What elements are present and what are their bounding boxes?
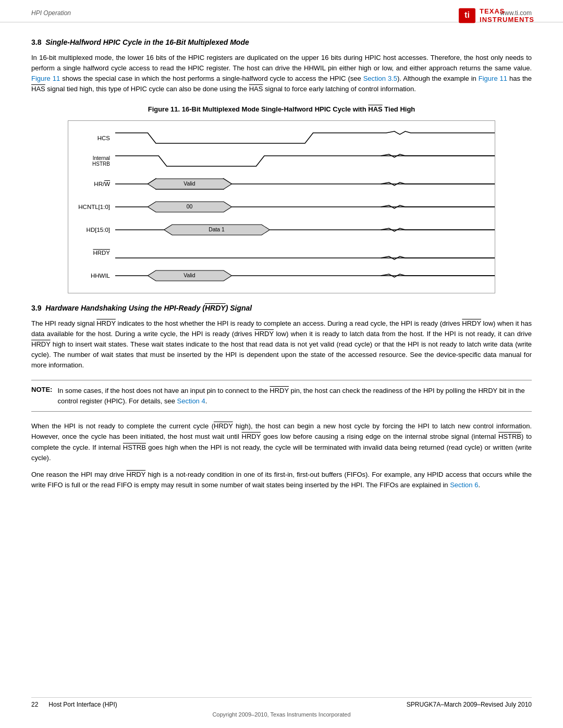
section-6-link[interactable]: Section 6 (450, 481, 478, 489)
wave-hstrb (115, 153, 495, 169)
label-hhwil: HHWIL (68, 273, 115, 279)
note-content: In some cases, if the host does not have… (57, 386, 532, 406)
svg-text:Data 1: Data 1 (209, 227, 225, 232)
page-number: 22 (31, 701, 38, 708)
label-hcntl: HCNTL[1:0] (68, 204, 115, 210)
label-hrw: HR/W (68, 181, 115, 187)
svg-text:ti: ti (464, 10, 470, 19)
footer-rule (31, 697, 532, 698)
section-3-9: 3.9 Hardware Handshaking Using the HPI-R… (31, 304, 532, 491)
label-hcs: HCS (68, 135, 115, 141)
header-left: HPI Operation (31, 9, 71, 17)
wave-hhwil: Valid (115, 268, 495, 283)
main-content: 3.8 Single-Halfword HPIC Cycle in the 16… (0, 22, 563, 507)
ti-logo: ti TEXAS INSTRUMENTS (458, 7, 534, 24)
figure-11-container: Figure 11. 16-Bit Multiplexed Mode Singl… (31, 105, 532, 293)
signal-hrdy: HRDY (68, 242, 495, 264)
figure-11-link-2[interactable]: Figure 11 (479, 75, 507, 82)
signal-hhwil: HHWIL Valid (68, 265, 495, 287)
section-4-link[interactable]: Section 4 (177, 397, 205, 405)
footer-doc-ref: SPRUGK7A–March 2009–Revised July 2010 (407, 701, 532, 708)
signal-hstrb: InternalHSTRB (68, 150, 495, 172)
wave-hcs (115, 130, 495, 146)
svg-text:Valid: Valid (183, 181, 195, 187)
figure-11-link-1[interactable]: Figure 11 (31, 75, 60, 82)
note-label: NOTE: (31, 386, 52, 406)
label-hstrb: InternalHSTRB (68, 155, 115, 167)
figure-11-title: Figure 11. 16-Bit Multiplexed Mode Singl… (31, 105, 532, 113)
footer-main: 22 Host Port Interface (HPI) SPRUGK7A–Ma… (31, 701, 532, 708)
signal-hd: HD[15:0] Data 1 (68, 219, 495, 241)
wave-hrw: Valid (115, 176, 495, 192)
wave-hcntl: 00 (115, 199, 495, 215)
section-3-5-link[interactable]: Section 3.5 (363, 75, 397, 82)
footer-copyright: Copyright 2009–2010, Texas Instruments I… (31, 711, 532, 718)
footer-doc-title: Host Port Interface (HPI) (48, 701, 117, 708)
section-3-8-heading: 3.8 Single-Halfword HPIC Cycle in the 16… (31, 38, 532, 46)
signal-hrw: HR/W Valid (68, 173, 495, 195)
section-3-9-heading: 3.9 Hardware Handshaking Using the HPI-R… (31, 304, 532, 312)
page-footer: 22 Host Port Interface (HPI) SPRUGK7A–Ma… (0, 697, 563, 718)
section-3-9-para-2: When the HPI is not ready to complete th… (31, 421, 532, 463)
label-hrdy: HRDY (68, 250, 115, 256)
label-hd: HD[15:0] (68, 227, 115, 233)
section-3-8: 3.8 Single-Halfword HPIC Cycle in the 16… (31, 38, 532, 293)
signal-hcntl: HCNTL[1:0] 00 (68, 196, 495, 218)
ti-logo-text: TEXAS INSTRUMENTS (480, 7, 534, 23)
section-3-9-para-1: The HPI ready signal HRDY indicates to t… (31, 318, 532, 371)
page: ti TEXAS INSTRUMENTS HPI Operation www.t… (0, 0, 563, 728)
wave-hd: Data 1 (115, 222, 495, 238)
timing-diagram: HCS InternalHSTRB (68, 120, 495, 293)
signal-hcs: HCS (68, 127, 495, 149)
section-3-8-para: In 16-bit multiplexed mode, the lower 16… (31, 53, 532, 95)
footer-left: 22 Host Port Interface (HPI) (31, 701, 117, 708)
wave-hrdy (115, 245, 495, 261)
svg-text:Valid: Valid (183, 273, 195, 278)
note-box: NOTE: In some cases, if the host does no… (31, 380, 532, 412)
section-3-9-para-3: One reason the HPI may drive HRDY high i… (31, 470, 532, 490)
ti-logo-icon: ti (458, 7, 476, 24)
svg-text:00: 00 (187, 204, 193, 209)
